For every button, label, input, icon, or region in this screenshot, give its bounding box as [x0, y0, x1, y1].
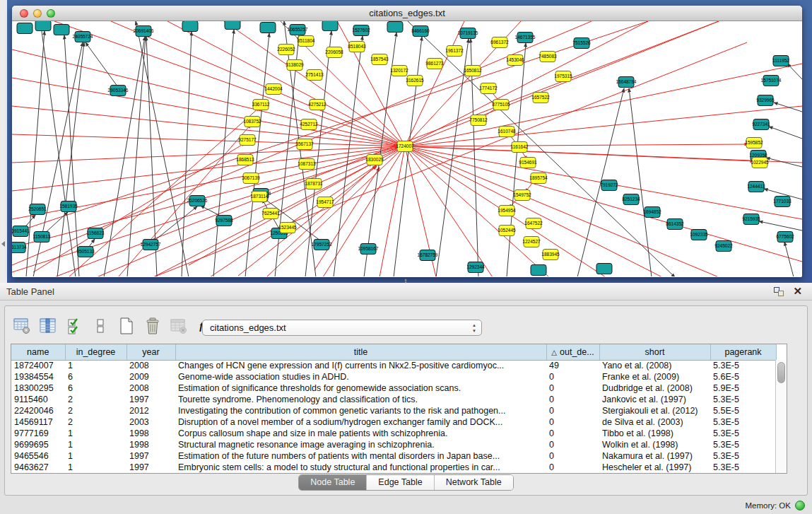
graph-node[interactable]: 16648784 [616, 77, 637, 88]
graph-node[interactable]: 8251234 [622, 194, 640, 205]
cell-year[interactable]: 1998 [126, 439, 175, 450]
cell-pagerank[interactable]: 5.3E-5 [710, 428, 776, 439]
cell-title[interactable]: Corpus callosum shape and size in male p… [175, 428, 546, 439]
graph-node[interactable]: 20691406 [134, 26, 154, 37]
panel-collapse-arrow[interactable] [1, 241, 5, 247]
graph-node[interactable]: 1878731 [305, 179, 323, 189]
graph-node[interactable]: 8511804 [298, 36, 315, 47]
cell-name[interactable]: 19384554 [11, 371, 65, 382]
cell-name[interactable]: 9463627 [11, 462, 65, 473]
cell-out_degree[interactable]: 0 [546, 405, 599, 416]
cell-name[interactable]: 14569117 [11, 416, 65, 428]
graph-edge[interactable] [774, 103, 802, 112]
graph-node[interactable]: 1954717 [316, 197, 334, 208]
graph-node[interactable]: 1092335 [690, 230, 708, 240]
graph-node[interactable]: 9154691 [519, 158, 537, 168]
graph-node[interactable]: 8518043 [348, 42, 366, 52]
graph-edge[interactable] [12, 146, 405, 247]
cell-in_degree[interactable]: 6 [65, 371, 126, 382]
cell-pagerank[interactable]: 5.3E-5 [710, 360, 776, 371]
cell-year[interactable]: 2009 [126, 371, 175, 382]
graph-edge[interactable] [275, 35, 299, 276]
cell-year[interactable]: 1997 [126, 394, 175, 405]
table-row[interactable]: 1456911722003Disruption of a novel membe… [11, 416, 776, 428]
float-panel-icon[interactable] [774, 287, 784, 296]
graph-node[interactable]: 14671355 [515, 33, 536, 43]
cell-title[interactable]: Genome-wide association studies in ADHD. [175, 371, 546, 382]
cell-name[interactable]: 9465546 [11, 450, 65, 462]
graph-edge[interactable] [405, 106, 802, 146]
graph-node[interactable] [260, 23, 276, 33]
graph-node[interactable]: 1830029 [365, 155, 384, 165]
graph-node[interactable]: 2520651 [28, 204, 47, 215]
column-header-title[interactable]: title [175, 344, 546, 360]
graph-node[interactable]: 3162615 [406, 76, 424, 86]
cell-short[interactable]: Tibbo et al. (1998) [599, 428, 710, 439]
cell-out_degree[interactable]: 0 [546, 439, 599, 450]
graph-node[interactable]: 1523445 [278, 223, 297, 233]
cell-out_degree[interactable]: 0 [546, 462, 599, 473]
cell-in_degree[interactable]: 1 [65, 462, 126, 473]
table-row[interactable]: 946554611997Estimation of the future num… [11, 450, 776, 462]
graph-node[interactable]: 3138029 [286, 60, 304, 71]
cell-pagerank[interactable]: 5.3E-5 [710, 462, 776, 473]
graph-edge[interactable] [111, 21, 405, 146]
graph-edge[interactable] [314, 168, 379, 270]
cell-title[interactable]: Tourette syndrome. Phenomenology and cla… [175, 394, 546, 405]
cell-out_degree[interactable]: 0 [546, 428, 599, 439]
graph-node[interactable] [35, 21, 51, 31]
cell-in_degree[interactable]: 1 [65, 360, 126, 371]
graph-node[interactable]: 7515526 [572, 38, 591, 49]
graph-node[interactable]: 7919272 [600, 180, 618, 191]
graph-edge[interactable] [86, 42, 119, 89]
graph-node[interactable]: 1150813 [33, 232, 51, 243]
table-row[interactable]: 946362711997Embryonic stem cells: a mode… [11, 462, 776, 473]
cell-title[interactable]: Structural magnetic resonance image aver… [175, 439, 546, 450]
graph-node[interactable]: 1774172 [479, 83, 498, 94]
graph-node[interactable]: 9505133 [76, 247, 95, 257]
graph-node[interactable]: 3567137 [295, 139, 314, 150]
table-row[interactable]: 2242004622012Investigating the contribut… [11, 405, 776, 416]
graph-edge[interactable] [769, 127, 802, 139]
graph-node[interactable]: 1724007 [396, 141, 414, 152]
cell-name[interactable]: 9777169 [11, 428, 65, 439]
graph-node[interactable]: 12942757 [141, 240, 161, 250]
cell-title[interactable]: Estimation of the future numbers of pati… [175, 450, 546, 462]
graph-node[interactable]: 1694852 [643, 207, 661, 218]
graph-node[interactable]: 1883945 [541, 250, 560, 260]
graph-node[interactable] [225, 21, 240, 30]
graph-node[interactable]: 3915441 [12, 226, 30, 237]
graph-node[interactable]: 1022945 [751, 158, 769, 168]
column-header-name[interactable]: name [11, 344, 65, 360]
cell-out_degree[interactable]: 49 [546, 360, 599, 371]
graph-node[interactable]: 1857543 [370, 54, 389, 65]
graph-node[interactable]: 1954954 [498, 206, 516, 216]
graph-node[interactable]: 9329965 [756, 95, 775, 106]
graph-node[interactable]: 1595852 [745, 138, 763, 148]
graph-edge[interactable] [405, 146, 802, 262]
cell-year[interactable]: 2012 [126, 405, 175, 416]
graph-node[interactable]: 10655257 [288, 25, 308, 35]
cell-year[interactable]: 1997 [126, 450, 175, 462]
graph-node[interactable]: 9227341 [752, 119, 770, 130]
graph-edge[interactable] [629, 88, 652, 276]
cell-year[interactable]: 1998 [126, 428, 175, 439]
close-window-button[interactable] [20, 9, 28, 18]
graph-node[interactable]: 1453046 [506, 55, 524, 66]
graph-node[interactable]: 1650812 [464, 66, 482, 76]
table-row[interactable]: 1830029562008Estimation of significance … [11, 382, 776, 394]
graph-node[interactable]: 10958167 [358, 244, 379, 255]
graph-node[interactable]: 3067139 [242, 173, 260, 184]
graph-node[interactable]: 2226052 [277, 45, 295, 55]
graph-node[interactable]: 4275212 [308, 100, 326, 110]
graph-node[interactable]: 1549752 [513, 190, 531, 201]
graph-node[interactable] [54, 25, 69, 35]
graph-node[interactable]: 9215935 [742, 214, 760, 225]
graph-node[interactable]: 8775105 [492, 100, 510, 110]
graph-edge[interactable] [784, 242, 794, 276]
graph-node[interactable]: 3313734 [12, 243, 27, 253]
graph-edge[interactable] [405, 144, 748, 146]
cell-short[interactable]: de Silva et al. (2003) [599, 416, 710, 428]
graph-node[interactable]: 20206526 [187, 196, 208, 206]
column-header-out_degree[interactable]: △out_de... [546, 344, 599, 360]
